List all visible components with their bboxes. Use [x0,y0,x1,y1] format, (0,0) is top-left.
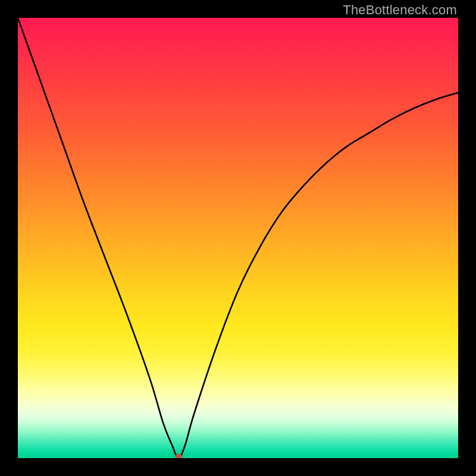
bottleneck-curve [18,18,458,458]
chart-svg [18,18,458,458]
watermark-text: TheBottleneck.com [343,2,457,18]
plot-area [18,18,458,458]
chart-stage: TheBottleneck.com [0,0,476,476]
